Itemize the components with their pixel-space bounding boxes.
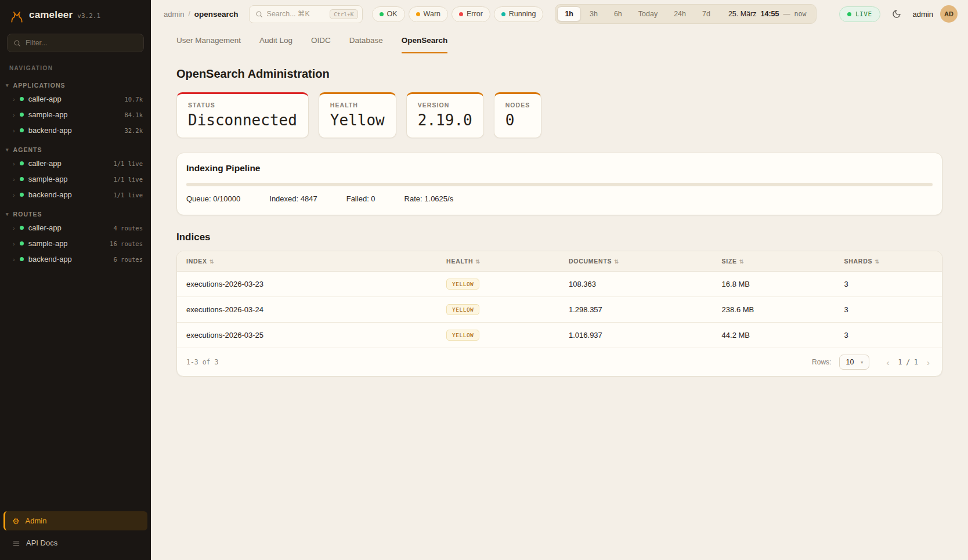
stat-value: 1.0625/s xyxy=(424,194,453,203)
stat-label: Indexed xyxy=(269,194,301,203)
sort-icon: ⇅ xyxy=(475,259,480,265)
filter-input[interactable] xyxy=(26,39,138,47)
sidebar-item-agents-backend-app[interactable]: › backend-app 1/1 live xyxy=(0,187,151,203)
column-header-health[interactable]: HEALTH⇅ xyxy=(437,251,559,272)
top-bar: admin / opensearch Ctrl+K OK Warn Error xyxy=(151,0,968,28)
sidebar-group-routes: ▾ ROUTES › caller-app 4 routes › sample-… xyxy=(0,208,151,267)
prev-page-button[interactable]: ‹ xyxy=(883,356,892,368)
filter-pill-ok[interactable]: OK xyxy=(372,6,405,22)
user-avatar[interactable]: AD xyxy=(940,5,958,23)
chevron-right-icon: › xyxy=(13,225,15,232)
stat-card-version: VERSION 2.19.0 xyxy=(406,92,484,138)
sidebar-item-applications-caller-app[interactable]: › caller-app 10.7k xyxy=(0,91,151,107)
stat-card-nodes: NODES 0 xyxy=(494,92,542,138)
chevron-down-icon: ▾ xyxy=(6,82,9,88)
tab-audit-log[interactable]: Audit Log xyxy=(259,36,292,53)
stat-value: Yellow xyxy=(330,111,385,129)
tab-oidc[interactable]: OIDC xyxy=(311,36,331,53)
column-header-documents[interactable]: DOCUMENTS⇅ xyxy=(559,251,713,272)
breadcrumb-separator: / xyxy=(188,10,190,18)
cell-documents: 1.298.357 xyxy=(559,297,713,323)
filter-pill-error[interactable]: Error xyxy=(452,6,490,22)
live-label: LIVE xyxy=(855,10,872,18)
sidebar-item-applications-sample-app[interactable]: › sample-app 84.1k xyxy=(0,107,151,122)
time-range-today[interactable]: Today xyxy=(631,6,665,21)
sidebar-item-agents-caller-app[interactable]: › caller-app 1/1 live xyxy=(0,156,151,171)
range-separator: — xyxy=(783,10,790,18)
tab-user-management[interactable]: User Management xyxy=(176,36,241,53)
stat-label: HEALTH xyxy=(330,102,385,109)
sidebar-item-routes-caller-app[interactable]: › caller-app 4 routes xyxy=(0,220,151,236)
group-header-agents[interactable]: ▾ AGENTS xyxy=(0,144,151,156)
live-dot-icon xyxy=(847,12,851,16)
cameleer-logo-icon xyxy=(9,9,24,24)
sort-icon: ⇅ xyxy=(875,259,879,265)
group-header-routes[interactable]: ▾ ROUTES xyxy=(0,208,151,220)
column-header-shards[interactable]: SHARDS⇅ xyxy=(835,251,942,272)
column-header-size[interactable]: SIZE⇅ xyxy=(713,251,835,272)
sidebar-item-routes-backend-app[interactable]: › backend-app 6 routes xyxy=(0,251,151,267)
next-page-button[interactable]: › xyxy=(924,356,933,368)
search-shortcut-kbd: Ctrl+K xyxy=(330,9,357,19)
time-range-3h[interactable]: 3h xyxy=(582,6,605,21)
dark-mode-toggle[interactable] xyxy=(887,5,906,23)
running-dot-icon xyxy=(501,12,505,16)
sidebar-item-admin[interactable]: ⚙ Admin xyxy=(3,511,147,530)
column-header-index[interactable]: INDEX⇅ xyxy=(177,251,437,272)
item-badge: 1/1 live xyxy=(113,176,143,183)
sort-icon: ⇅ xyxy=(614,259,619,265)
tab-database[interactable]: Database xyxy=(349,36,383,53)
time-range-6h[interactable]: 6h xyxy=(606,6,630,21)
filter-pill-warn[interactable]: Warn xyxy=(409,6,448,22)
breadcrumb-admin[interactable]: admin xyxy=(164,10,184,19)
indexing-pipeline-card: Indexing Pipeline Queue0/10000 Indexed48… xyxy=(176,153,942,215)
group-label: ROUTES xyxy=(13,211,42,218)
time-range-24h[interactable]: 24h xyxy=(666,6,694,21)
pipeline-stat-queue: Queue0/10000 xyxy=(186,194,240,203)
cell-size: 44.2 MB xyxy=(713,323,835,348)
status-filter-group: OK Warn Error Running xyxy=(372,6,544,22)
sidebar-footer: ⚙ Admin API Docs xyxy=(0,511,151,560)
item-label: sample-app xyxy=(28,175,68,183)
status-dot-icon xyxy=(20,193,24,197)
live-indicator[interactable]: LIVE xyxy=(839,6,880,22)
time-range-1h[interactable]: 1h xyxy=(557,6,581,21)
cell-index: executions-2026-03-23 xyxy=(177,272,437,297)
app-logo: cameleer v3.2.1 xyxy=(0,0,151,30)
tab-opensearch[interactable]: OpenSearch xyxy=(402,36,448,53)
search-input[interactable] xyxy=(267,10,326,18)
stat-label: VERSION xyxy=(418,102,472,109)
chevron-right-icon: › xyxy=(13,160,15,167)
sidebar-item-api-docs[interactable]: API Docs xyxy=(3,534,147,552)
filter-pill-running[interactable]: Running xyxy=(494,6,544,22)
cell-health: YELLOW xyxy=(437,272,559,297)
cell-health: YELLOW xyxy=(437,323,559,348)
item-badge: 4 routes xyxy=(113,225,143,232)
item-badge: 10.7k xyxy=(124,96,143,103)
group-header-applications[interactable]: ▾ APPLICATIONS xyxy=(0,80,151,91)
table-row: executions-2026-03-25 YELLOW 1.016.937 4… xyxy=(177,323,942,348)
stat-label: NODES xyxy=(505,102,530,109)
pipeline-stats: Queue0/10000 Indexed4847 Failed0 Rate1.0… xyxy=(186,194,933,203)
sidebar-item-agents-sample-app[interactable]: › sample-app 1/1 live xyxy=(0,171,151,187)
sort-icon: ⇅ xyxy=(210,259,214,265)
global-search: Ctrl+K xyxy=(249,5,363,23)
pipeline-title: Indexing Pipeline xyxy=(186,163,933,174)
status-dot-icon xyxy=(20,241,24,245)
admin-label: Admin xyxy=(26,516,47,525)
time-range-7d[interactable]: 7d xyxy=(695,6,718,21)
list-icon xyxy=(12,539,20,547)
status-dot-icon xyxy=(20,97,24,101)
stat-value: 0/10000 xyxy=(213,194,240,203)
time-range-display[interactable]: 25. März 14:55 — now xyxy=(719,10,814,18)
rows-per-page-select[interactable]: 10 ▾ xyxy=(839,355,869,370)
table-row: executions-2026-03-23 YELLOW 108.363 16.… xyxy=(177,272,942,297)
item-badge: 16 routes xyxy=(110,240,143,247)
username-label: admin xyxy=(913,10,933,19)
item-badge: 1/1 live xyxy=(113,192,143,198)
sidebar-item-applications-backend-app[interactable]: › backend-app 32.2k xyxy=(0,122,151,138)
error-dot-icon xyxy=(459,12,463,16)
chevron-right-icon: › xyxy=(13,192,15,198)
stat-value: 0 xyxy=(371,194,375,203)
sidebar-item-routes-sample-app[interactable]: › sample-app 16 routes xyxy=(0,236,151,251)
